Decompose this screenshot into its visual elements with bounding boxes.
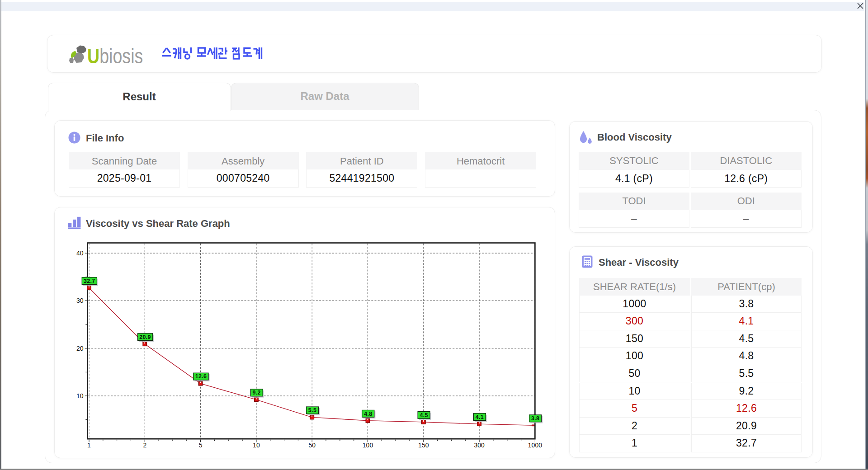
- svg-text:5.5: 5.5: [308, 407, 316, 414]
- svg-text:20.9: 20.9: [139, 334, 151, 340]
- svg-text:4.1: 4.1: [476, 414, 484, 420]
- svg-text:4.5: 4.5: [420, 412, 428, 418]
- svg-text:1: 1: [87, 442, 91, 449]
- svg-text:1000: 1000: [528, 442, 542, 449]
- svg-text:20: 20: [76, 345, 84, 352]
- svg-text:9.2: 9.2: [253, 390, 261, 396]
- svg-text:5: 5: [199, 442, 203, 449]
- svg-text:30: 30: [76, 297, 84, 304]
- svg-text:3.8: 3.8: [531, 415, 539, 422]
- svg-text:2: 2: [143, 442, 146, 449]
- svg-text:150: 150: [418, 442, 429, 449]
- svg-text:4.8: 4.8: [364, 411, 372, 417]
- svg-text:32.7: 32.7: [84, 278, 95, 284]
- svg-text:10: 10: [253, 442, 260, 449]
- svg-text:50: 50: [308, 442, 316, 449]
- svg-text:300: 300: [474, 442, 485, 449]
- svg-text:100: 100: [363, 442, 373, 449]
- svg-text:40: 40: [76, 249, 84, 257]
- svg-text:12.6: 12.6: [195, 373, 207, 380]
- svg-text:10: 10: [76, 392, 84, 400]
